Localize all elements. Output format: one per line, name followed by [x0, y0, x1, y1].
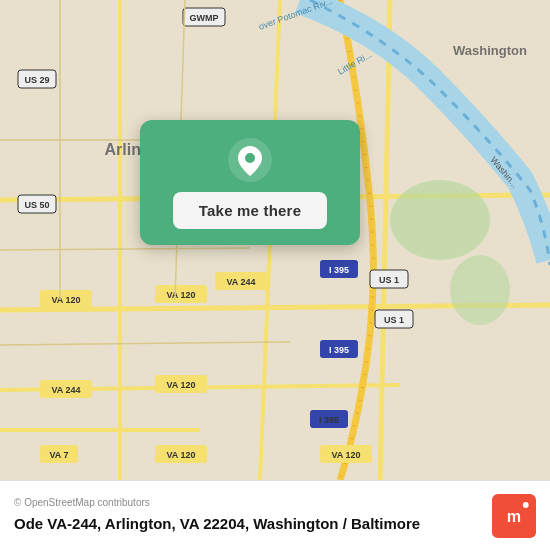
svg-text:VA 120: VA 120: [51, 295, 80, 305]
moovit-icon: m: [492, 494, 536, 538]
svg-text:VA 244: VA 244: [226, 277, 255, 287]
svg-point-56: [523, 502, 529, 508]
svg-text:US 50: US 50: [24, 200, 49, 210]
svg-text:VA 120: VA 120: [166, 380, 195, 390]
svg-text:US 1: US 1: [384, 315, 404, 325]
location-name: Ode VA-244, Arlington, VA 22204, Washing…: [14, 514, 480, 534]
svg-text:VA 120: VA 120: [166, 290, 195, 300]
popup-card: Take me there: [140, 120, 360, 245]
bottom-bar: © OpenStreetMap contributors Ode VA-244,…: [0, 480, 550, 550]
app: VA 120 VA 120 VA 244 VA 120 I 395 I 395 …: [0, 0, 550, 550]
copyright-text: © OpenStreetMap contributors: [14, 497, 480, 508]
svg-text:VA 120: VA 120: [166, 450, 195, 460]
take-me-there-button[interactable]: Take me there: [173, 192, 327, 229]
svg-text:I 395: I 395: [319, 415, 339, 425]
svg-text:I 395: I 395: [329, 345, 349, 355]
svg-text:US 1: US 1: [379, 275, 399, 285]
svg-text:Washington: Washington: [453, 43, 527, 58]
svg-point-41: [450, 255, 510, 325]
svg-text:VA 244: VA 244: [51, 385, 80, 395]
svg-text:I 395: I 395: [329, 265, 349, 275]
svg-text:m: m: [507, 506, 521, 524]
svg-point-40: [390, 180, 490, 260]
svg-point-53: [245, 153, 255, 163]
svg-text:US 29: US 29: [24, 75, 49, 85]
bottom-left: © OpenStreetMap contributors Ode VA-244,…: [14, 497, 480, 534]
svg-text:VA 7: VA 7: [49, 450, 68, 460]
svg-text:VA 120: VA 120: [331, 450, 360, 460]
map-container: VA 120 VA 120 VA 244 VA 120 I 395 I 395 …: [0, 0, 550, 480]
moovit-logo: m: [492, 494, 536, 538]
svg-text:GWMP: GWMP: [190, 13, 219, 23]
location-pin-icon: [228, 138, 272, 182]
